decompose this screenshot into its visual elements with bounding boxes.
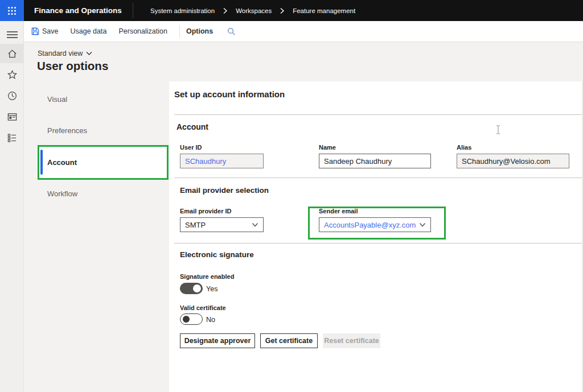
field-label: Sender email — [319, 208, 431, 214]
divider — [174, 243, 582, 244]
tab-preferences[interactable]: Preferences — [39, 115, 169, 146]
toggle-label-signature-enabled: Signature enabled — [180, 273, 234, 280]
selected-tab-indicator — [40, 150, 43, 175]
rail-favorites-button[interactable] — [0, 65, 24, 84]
field-label: User ID — [180, 144, 264, 151]
search-icon — [227, 27, 236, 36]
field-value: SChaudhury@Velosio.com — [462, 157, 551, 166]
reset-certificate-button: Reset certificate — [323, 333, 380, 348]
field-sender-email: Sender email AccountsPayable@xyz.com — [319, 208, 431, 232]
breadcrumb-item[interactable]: Workspaces — [236, 7, 272, 14]
save-button-label: Save — [42, 27, 59, 35]
toggle-label-valid-certificate: Valid certificate — [180, 304, 226, 311]
app-bar: Finance and Operations System administra… — [0, 0, 583, 21]
chevron-right-icon — [279, 7, 285, 14]
view-selector[interactable]: Standard view — [38, 49, 92, 57]
divider — [174, 178, 582, 178]
chevron-down-icon[interactable] — [419, 222, 426, 228]
field-label: Name — [319, 144, 431, 151]
account-settings-panel: Set up account information Account User … — [169, 81, 583, 392]
field-alias: Alias SChaudhury@Velosio.com — [457, 144, 569, 168]
navigation-rail — [0, 21, 24, 392]
rail-recent-button[interactable] — [0, 86, 24, 105]
email-provider-combobox[interactable]: SMTP — [180, 217, 264, 232]
panel-title: Set up account information — [174, 89, 285, 99]
valid-certificate-toggle[interactable] — [180, 313, 203, 325]
user-id-input[interactable]: SChaudhury — [180, 154, 264, 168]
chevron-right-icon — [222, 7, 228, 14]
signature-enabled-toggle[interactable] — [180, 283, 203, 294]
app-title[interactable]: Finance and Operations — [34, 0, 122, 21]
app-launcher-button[interactable] — [0, 0, 24, 21]
breadcrumb-item[interactable]: Feature management — [293, 7, 355, 14]
tab-label: Preferences — [47, 126, 87, 135]
personalization-label: Personalization — [118, 27, 167, 35]
text-cursor-pointer — [496, 125, 500, 135]
alias-input[interactable]: SChaudhury@Velosio.com — [457, 154, 569, 168]
usage-data-button[interactable]: Usage data — [71, 27, 107, 35]
hamburger-icon — [7, 31, 18, 39]
breadcrumb-item[interactable]: System administration — [150, 7, 215, 14]
section-heading-email: Email provider selection — [180, 186, 269, 195]
save-button[interactable]: Save — [31, 27, 59, 35]
view-selector-label: Standard view — [38, 49, 83, 57]
sender-email-combobox[interactable]: AccountsPayable@xyz.com — [319, 217, 431, 232]
field-label: Email provider ID — [180, 208, 264, 214]
toolbar-divider — [179, 25, 180, 38]
field-label: Alias — [457, 144, 569, 151]
personalization-button[interactable]: Personalization — [118, 27, 167, 35]
breadcrumb: System administration Workspaces Feature… — [150, 0, 355, 21]
tab-label: Account — [47, 158, 77, 167]
action-toolbar: Save Usage data Personalization Options — [24, 21, 583, 42]
rail-workspaces-button[interactable] — [0, 107, 24, 126]
workspaces-icon — [7, 112, 18, 122]
options-label: Options — [186, 27, 213, 35]
modules-icon — [7, 133, 18, 143]
toggle-knob — [193, 284, 201, 292]
tab-account[interactable]: Account — [39, 147, 169, 178]
divider — [174, 114, 582, 115]
save-icon — [31, 27, 39, 35]
field-value: AccountsPayable@xyz.com — [324, 221, 416, 229]
field-value: Sandeep Chaudhury — [324, 157, 392, 166]
toggle-knob — [183, 316, 190, 323]
toggle-value: Yes — [206, 285, 217, 293]
toolbar-search-button[interactable] — [227, 27, 236, 36]
star-icon — [7, 69, 18, 80]
hamburger-menu-button[interactable] — [0, 25, 24, 44]
tab-label: Visual — [47, 95, 67, 104]
page-title: User options — [37, 59, 108, 73]
designate-approver-button[interactable]: Designate approver — [180, 333, 255, 348]
section-heading-signature: Electronic signature — [180, 250, 254, 259]
field-user-id: User ID SChaudhury — [180, 144, 264, 168]
rail-home-button[interactable] — [0, 44, 24, 63]
field-name: Name Sandeep Chaudhury — [319, 144, 431, 168]
usage-data-label: Usage data — [71, 27, 107, 35]
field-value: SMTP — [185, 221, 206, 229]
chevron-down-icon — [86, 51, 92, 56]
appbar-divider — [133, 3, 133, 18]
waffle-icon — [7, 6, 17, 15]
toggle-value: No — [206, 316, 215, 324]
screen: Finance and Operations System administra… — [0, 0, 583, 392]
chevron-down-icon[interactable] — [252, 222, 258, 228]
field-value: SChaudhury — [185, 157, 226, 166]
clock-icon — [7, 90, 18, 101]
options-menu-button[interactable]: Options — [186, 27, 213, 35]
get-certificate-button[interactable]: Get certificate — [260, 333, 318, 348]
page-body: Standard view User options Visual Prefer… — [24, 42, 583, 392]
name-input[interactable]: Sandeep Chaudhury — [319, 154, 431, 168]
home-icon — [7, 48, 18, 59]
rail-modules-button[interactable] — [0, 128, 24, 147]
tab-label: Workflow — [47, 189, 77, 198]
section-heading-account: Account — [176, 122, 208, 131]
tab-visual[interactable]: Visual — [39, 84, 169, 115]
field-email-provider: Email provider ID SMTP — [180, 208, 264, 232]
tab-workflow[interactable]: Workflow — [39, 178, 169, 209]
